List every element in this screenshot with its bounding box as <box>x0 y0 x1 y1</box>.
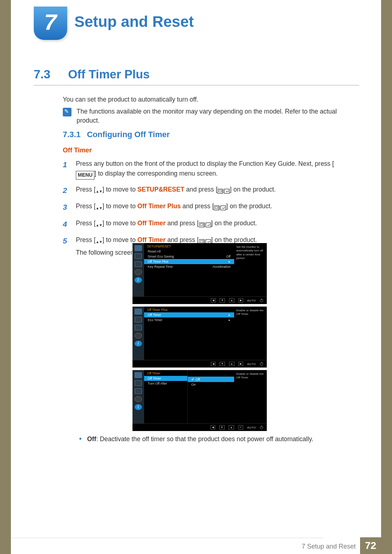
right-icon: ▶ <box>238 362 243 366</box>
up-down-icon <box>95 186 102 196</box>
highlight: SETUP&RESET <box>138 186 184 193</box>
auto-label: AUTO <box>247 426 256 429</box>
osd-sidebar <box>132 370 144 423</box>
osd-setup-reset: SETUP&RESET Reset AllSmart Eco SavingOff… <box>132 243 267 304</box>
size-icon <box>135 261 142 267</box>
t: ] on the product. <box>211 236 257 243</box>
power-icon <box>260 299 263 302</box>
bullet-label: Off <box>87 435 96 443</box>
t: Press [ <box>76 202 95 210</box>
t: and press [ <box>181 202 214 210</box>
osd-row: Off Timer▸ <box>144 312 234 317</box>
step-4: 4 Press [] to move to Off Timer and pres… <box>63 218 352 230</box>
osd-nav-bar: ◀ ▼ ▲ ▶ AUTO <box>132 360 267 368</box>
svg-rect-7 <box>221 206 226 210</box>
up-icon: ▲ <box>229 298 234 303</box>
t: ] to move to <box>102 202 137 210</box>
osd-row: Key Repeat TimeAcceleration <box>144 264 234 269</box>
auto-label: AUTO <box>247 362 256 366</box>
osd-main: Off Timer Plus Off Timer▸Eco Timer▸ <box>144 307 234 360</box>
footer-text: 7 Setup and Reset <box>302 543 356 550</box>
t: Press [ <box>76 186 95 193</box>
size-icon <box>135 388 142 394</box>
gear-icon <box>135 333 142 338</box>
note-icon <box>63 108 72 116</box>
osd-row: Turn Off After <box>144 381 187 386</box>
section-header: 7.3 Off Timer Plus <box>34 67 359 86</box>
svg-rect-13 <box>200 241 203 242</box>
picture-icon <box>135 317 142 323</box>
monitor-icon <box>135 245 142 251</box>
osd-main: SETUP&RESET Reset AllSmart Eco SavingOff… <box>144 243 234 296</box>
t: and press [ <box>166 219 199 227</box>
t: Press any button on the front of the pro… <box>76 160 334 167</box>
step-text: Press [] to move to Off Timer and press … <box>76 218 257 230</box>
osd-title: SETUP&RESET <box>144 243 234 249</box>
down-icon: ▼ <box>219 425 225 430</box>
auto-label: AUTO <box>247 299 256 302</box>
step-number: 4 <box>63 218 69 230</box>
info-icon <box>135 404 142 410</box>
osd-sidebar <box>132 243 144 296</box>
t: ] on the product. <box>226 202 272 210</box>
footer: 7 Setup and Reset 72 <box>11 537 381 554</box>
gear-icon <box>135 269 142 275</box>
picture-icon <box>135 253 142 259</box>
t: Press [ <box>76 236 95 243</box>
t: Press [ <box>76 219 95 227</box>
osd-row: Eco Timer▸ <box>144 317 234 323</box>
step-1: 1 Press any button on the front of the p… <box>63 159 352 180</box>
step-number: 1 <box>63 159 69 180</box>
section-rule <box>34 85 359 86</box>
subsection-title: Configuring Off Timer <box>87 130 170 139</box>
section-title: Off Timer Plus <box>68 67 150 81</box>
up-icon: ▲ <box>229 425 234 430</box>
t: ] to move to <box>102 186 137 193</box>
bullet-dot-icon: • <box>79 435 82 443</box>
osd-title: Off Timer Plus <box>144 307 234 312</box>
step-number: 5 <box>63 235 69 257</box>
up-icon: ▲ <box>229 362 234 366</box>
down-icon: ▼ <box>220 362 225 366</box>
subsection-header: 7.3.1 Configuring Off Timer <box>63 130 352 139</box>
step-text: Press [] to move to SETUP&RESET and pres… <box>76 185 276 197</box>
t: ] to move to <box>102 236 137 243</box>
svg-rect-0 <box>217 189 222 193</box>
chapter-title: Setup and Reset <box>74 13 194 30</box>
osd-main: Off Timer Off TimerTurn Off After ✔OffOn <box>144 370 234 423</box>
up-down-icon <box>95 236 102 246</box>
osd-option: ✔Off <box>188 377 234 382</box>
bullet-text: : Deactivate the off timer so that the p… <box>96 435 313 443</box>
info-icon <box>135 341 142 346</box>
osd-nav-bar: ◀ ▼ ▲ ▶ AUTO <box>132 296 267 304</box>
intro-text: You can set the product to automatically… <box>63 95 352 104</box>
bullet-off: • Off: Deactivate the off timer so that … <box>79 435 352 443</box>
step-text: Press [] to move to Off Timer Plus and p… <box>76 201 272 213</box>
osd-sidebar <box>132 307 144 360</box>
chapter-badge: 7 <box>34 7 67 40</box>
t: ] to display the corresponding menu scre… <box>94 170 218 177</box>
osd-row: Smart Eco SavingOff <box>144 254 234 259</box>
left-icon: ◀ <box>211 298 216 303</box>
gear-icon <box>135 396 142 402</box>
step-number: 3 <box>63 201 69 213</box>
osd-nav-bar: ◀ ▼ ▲ ↵ AUTO <box>132 423 267 431</box>
osd-option: On <box>188 382 234 387</box>
t: and press [ <box>184 186 217 193</box>
monitor-icon <box>135 309 142 315</box>
subsection-number: 7.3.1 <box>63 130 85 139</box>
t: ] to move to <box>102 219 137 227</box>
osd-help: Set the monitor to automatically turn of… <box>234 243 267 296</box>
enter-icon: ↵ <box>238 425 243 430</box>
osd-row: Off Timer Plus▸ <box>144 259 234 264</box>
osd-row: Off Timer <box>144 376 187 381</box>
svg-rect-4 <box>214 206 219 210</box>
t: ] on the product. <box>211 219 257 227</box>
svg-rect-3 <box>224 189 229 193</box>
footer-rule <box>11 538 323 538</box>
svg-rect-5 <box>215 207 218 209</box>
source-enter-icon <box>217 186 230 196</box>
osd-title: Off Timer <box>144 370 187 376</box>
power-icon <box>260 362 263 366</box>
osd-row: Reset All <box>144 249 234 254</box>
